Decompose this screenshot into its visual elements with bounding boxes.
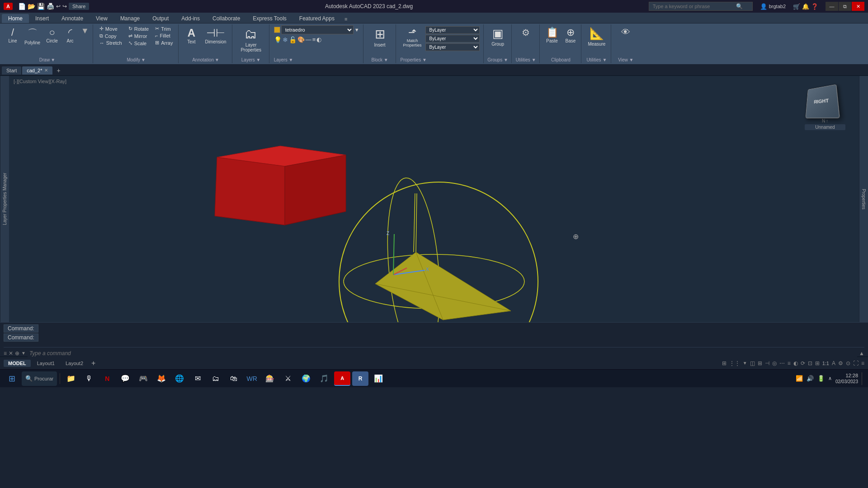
tab-manage[interactable]: Manage [114, 14, 146, 23]
start-tab[interactable]: Start [2, 66, 21, 75]
close-btn[interactable]: ✕ [852, 2, 864, 11]
trim-button[interactable]: ✂ Trim [152, 25, 175, 32]
snap-dropdown-icon[interactable]: ▼ [743, 361, 747, 366]
utilities-icon[interactable]: ⚙ [520, 25, 532, 40]
model-tab[interactable]: MODEL [4, 360, 31, 367]
network-icon[interactable]: 📶 [796, 375, 803, 382]
tab-output[interactable]: Output [146, 14, 175, 23]
workspace-icon[interactable]: ⚙ [838, 360, 843, 366]
league-btn[interactable]: ⚔ [280, 371, 296, 386]
linetype-select[interactable]: ByLayer [425, 35, 480, 42]
battery-icon[interactable]: 🔋 [817, 375, 825, 382]
view-expand-icon[interactable]: ▼ [629, 57, 633, 62]
winrar-btn[interactable]: WR [244, 371, 260, 386]
dynamic-ucs-icon[interactable]: ⊞ [815, 360, 820, 366]
share-btn[interactable]: Share [69, 3, 89, 10]
grid-display-icon[interactable]: ⊞ [722, 360, 726, 366]
redo-btn[interactable]: ↪ [62, 3, 67, 9]
add-layout-btn[interactable]: + [90, 359, 97, 367]
fillet-button[interactable]: ⌐ Fillet [152, 33, 175, 39]
close-tab-icon[interactable]: ✕ [44, 68, 48, 73]
undo-btn[interactable]: ↩ [56, 3, 61, 9]
tab-insert[interactable]: Insert [29, 14, 55, 23]
search-icon[interactable]: 🔍 [736, 3, 743, 9]
show-desktop-btn[interactable] [862, 372, 864, 385]
command-search-icon[interactable]: ⊕ [15, 350, 19, 357]
measure-button[interactable]: 📐 Measure [585, 25, 608, 56]
isolate-objects-icon[interactable]: ⊙ [846, 360, 850, 366]
annotation-expand-icon[interactable]: ▼ [215, 57, 219, 62]
print-btn[interactable]: 🖨️ [47, 3, 54, 10]
save-btn[interactable]: 💾 [37, 3, 45, 10]
arc-button[interactable]: ◜ Arc [62, 25, 78, 45]
cad2-tab[interactable]: cad_2* ✕ [22, 66, 52, 75]
app-logo[interactable]: A [4, 3, 13, 10]
game-btn[interactable]: 🎰 [262, 371, 278, 386]
snap-icon[interactable]: ⋮⋮ [729, 360, 740, 366]
voice-btn[interactable]: 🎙 [81, 371, 97, 386]
copy-button[interactable]: ⧉ Copy [97, 33, 125, 39]
insert-button[interactable]: ⊞ Insert [372, 25, 388, 56]
cart-icon[interactable]: 🛒 [793, 3, 800, 10]
whatsapp-btn[interactable]: 💬 [117, 371, 133, 386]
command-close-icon[interactable]: ✕ [9, 350, 13, 357]
text-button[interactable]: A Text [182, 25, 200, 46]
viewcube[interactable]: RIGHT N↑ Unnamed [805, 85, 845, 130]
layer-transparency-icon[interactable]: ◐ [316, 36, 321, 43]
spotify-btn[interactable]: 🎵 [316, 371, 332, 386]
view-icon[interactable]: 👁 [619, 25, 632, 39]
clock[interactable]: 12:28 02/03/2023 [835, 372, 858, 385]
layer-linetype-icon[interactable]: — [306, 36, 311, 43]
tab-collaborate[interactable]: Collaborate [206, 14, 246, 23]
volume-icon[interactable]: 🔊 [807, 375, 814, 382]
tab-view[interactable]: View [90, 14, 114, 23]
dynamic-input-icon[interactable]: ⊞ [758, 360, 762, 366]
search-button[interactable]: 🔍 Procurar [22, 371, 57, 386]
explorer-btn2[interactable]: 🗂 [208, 371, 224, 386]
restore-btn[interactable]: ⧉ [839, 2, 851, 11]
revit-btn[interactable]: R [352, 371, 368, 386]
netflix-btn[interactable]: N [99, 371, 115, 386]
block-expand-icon[interactable]: ▼ [384, 57, 388, 62]
new-btn[interactable]: 📄 [18, 3, 26, 10]
layer-on-icon[interactable]: 💡 [274, 36, 282, 43]
ortho-icon[interactable]: ⊣ [765, 360, 769, 366]
layers2-expand-icon[interactable]: ▼ [288, 57, 293, 62]
file-explorer-btn[interactable]: 📁 [63, 371, 79, 386]
layer-properties-button[interactable]: 🗂 LayerProperties [238, 25, 264, 56]
tab-expresstools[interactable]: Express Tools [246, 14, 292, 23]
tab-addins[interactable]: Add-ins [175, 14, 206, 23]
properties-expand-icon[interactable]: ▼ [422, 57, 427, 62]
measure-expand-icon[interactable]: ▼ [602, 57, 607, 62]
mirror-button[interactable]: ⇌ Mirror [126, 33, 151, 39]
draw-expand-icon[interactable]: ▼ [51, 57, 55, 62]
rotate-button[interactable]: ↻ Rotate [126, 25, 151, 32]
group-button[interactable]: ▣ Group [489, 25, 507, 56]
lineweight-display-icon[interactable]: ≡ [788, 360, 791, 366]
user-info[interactable]: 👤 brgtab2 [756, 3, 789, 10]
open-btn[interactable]: 📂 [28, 3, 35, 10]
firefox-btn[interactable]: 🦊 [153, 371, 170, 386]
selection-cycling-icon[interactable]: ⟳ [801, 360, 805, 366]
customize-icon[interactable]: ≡ [861, 360, 864, 366]
polyline-button[interactable]: ⌒ Polyline [23, 25, 42, 47]
command-dropdown-icon[interactable]: ▼ [21, 351, 26, 356]
base-button[interactable]: ⊕ Base [563, 25, 579, 45]
layer-color-btn[interactable]: 🎨 [297, 36, 305, 43]
move-button[interactable]: ✛ Move [97, 25, 125, 32]
command-scroll-icon[interactable]: ▲ [859, 350, 864, 357]
store-btn[interactable]: 🛍 [226, 371, 242, 386]
system-tray-expand[interactable]: ∧ [828, 375, 832, 381]
extra-btn[interactable]: 📊 [370, 371, 387, 386]
mail-btn[interactable]: ✉ [189, 371, 206, 386]
layer-select[interactable]: tetraedro [281, 25, 354, 34]
line-button[interactable]: / Line [5, 25, 21, 45]
start-button[interactable]: ⊞ [4, 371, 20, 386]
left-panel-tab[interactable]: Layer Properties Manager [0, 76, 9, 322]
autocad-taskbar-btn[interactable]: A [334, 371, 350, 386]
layer-lock-icon[interactable]: 🔓 [289, 36, 297, 43]
dimension-button[interactable]: ⊣⊢ Dimension [202, 25, 229, 46]
color-select[interactable]: ByLayer [425, 26, 480, 34]
layers-expand-icon[interactable]: ▼ [256, 57, 261, 62]
layer-freeze-icon[interactable]: ❄ [283, 36, 288, 43]
